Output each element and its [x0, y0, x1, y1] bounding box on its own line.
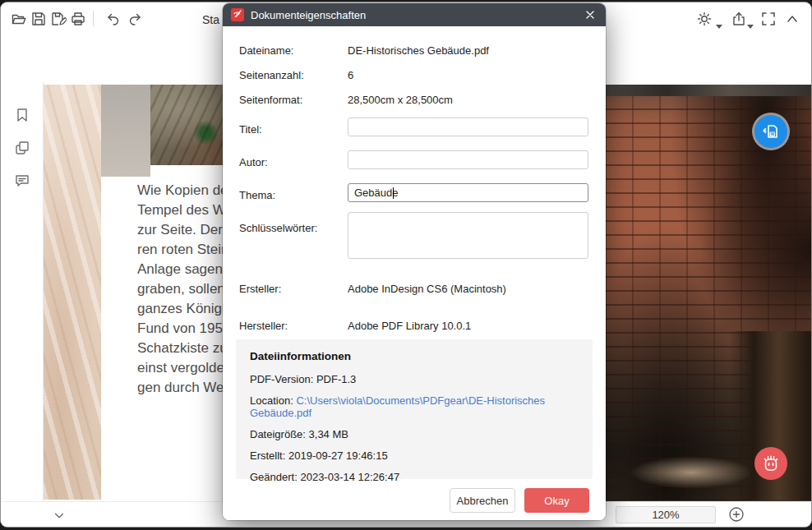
- file-information-title: Dateiinformationen: [250, 350, 579, 362]
- share-icon[interactable]: [731, 11, 747, 27]
- field-label-hersteller: Hersteller:: [239, 320, 288, 332]
- location-line: Location: C:\Users\viola\Documents\PDFge…: [250, 394, 579, 419]
- file-location-link[interactable]: C:\Users\viola\Documents\PDFgear\DE-Hist…: [250, 394, 545, 419]
- field-value-dateiname: DE-Historisches Gebäude.pdf: [348, 44, 489, 57]
- titel-input[interactable]: [348, 118, 588, 136]
- zoom-in-button[interactable]: [728, 506, 745, 523]
- collapse-toolbar-chevron-up-icon[interactable]: [784, 11, 800, 27]
- pdf-page-brick-photo: [605, 85, 811, 501]
- thema-input[interactable]: [348, 183, 588, 202]
- pdfgear-logo-icon: [231, 8, 244, 21]
- page-photo-margin: [101, 85, 150, 177]
- toolbar-tab-label[interactable]: Sta: [202, 13, 224, 26]
- field-value-hersteller: Adobe PDF Library 10.0.1: [348, 320, 471, 332]
- save-as-icon[interactable]: [50, 11, 67, 27]
- pdf-version-line: PDF-Version: PDF-1.3: [250, 373, 579, 385]
- page-down-chevron-icon[interactable]: [52, 508, 67, 523]
- brightness-caret-icon[interactable]: [716, 17, 722, 22]
- convert-to-word-button[interactable]: W: [754, 115, 787, 148]
- cancel-button[interactable]: Abbrechen: [450, 488, 515, 513]
- field-label-titel: Titel:: [239, 123, 262, 136]
- svg-text:W: W: [771, 131, 775, 136]
- fullscreen-icon[interactable]: [760, 11, 777, 27]
- field-label-autor: Autor:: [239, 156, 268, 168]
- brick-photo-stone-band: [605, 85, 811, 96]
- brightness-icon[interactable]: [696, 11, 713, 27]
- app-window: Sta: [1, 2, 811, 527]
- save-icon[interactable]: [30, 11, 47, 27]
- undo-icon[interactable]: [104, 11, 121, 27]
- modified-line: Geändert: 2023-03-14 12:26:47: [250, 471, 579, 483]
- field-value-seitenanzahl: 6: [348, 69, 353, 81]
- field-label-schluesselwoerter: Schlüsselwörter:: [239, 222, 317, 234]
- page-marble-texture: [44, 85, 101, 500]
- autor-input[interactable]: [348, 150, 588, 169]
- field-label-seitenanzahl: Seitenanzahl:: [239, 69, 304, 81]
- created-line: Erstellt: 2019-09-27 19:46:15: [250, 449, 579, 462]
- file-information-box: Dateiinformationen PDF-Version: PDF-1.3 …: [236, 339, 593, 479]
- dialog-close-icon[interactable]: [583, 7, 597, 22]
- field-value-seitenformat: 28,500cm x 28,500cm: [348, 94, 453, 106]
- robot-icon: [760, 453, 782, 474]
- text-cursor: [393, 187, 394, 199]
- print-icon[interactable]: [70, 11, 86, 27]
- zoom-level-input[interactable]: 120%: [616, 506, 716, 523]
- word-convert-icon: W: [760, 121, 782, 142]
- dialog-title: Dokumenteigenschaften: [251, 9, 366, 21]
- document-properties-dialog: Dokumenteigenschaften Dateiname: DE-Hist…: [223, 3, 606, 520]
- dialog-titlebar[interactable]: Dokumenteigenschaften: [223, 3, 606, 26]
- redo-icon[interactable]: [127, 11, 144, 27]
- share-caret-icon[interactable]: [747, 17, 754, 22]
- left-sidebar: [1, 82, 44, 501]
- field-label-dateiname: Dateiname:: [239, 44, 293, 57]
- ai-assistant-robot-button[interactable]: [754, 447, 787, 480]
- field-value-ersteller: Adobe InDesign CS6 (Macintosh): [348, 283, 506, 295]
- field-label-thema: Thema:: [239, 189, 275, 201]
- open-file-icon[interactable]: [11, 11, 27, 27]
- page-thumbnails-icon[interactable]: [14, 140, 30, 156]
- comment-icon[interactable]: [14, 173, 30, 189]
- toolbar-separator: [93, 11, 94, 26]
- field-label-ersteller: Ersteller:: [239, 283, 281, 295]
- file-size-line: Dateigröße: 3,34 MB: [250, 428, 579, 440]
- dialog-body: Dateiname: DE-Historisches Gebäude.pdf S…: [223, 26, 606, 520]
- field-label-seitenformat: Seitenformat:: [239, 94, 302, 106]
- bookmark-icon[interactable]: [14, 107, 30, 123]
- schluesselwoerter-textarea[interactable]: [348, 212, 588, 259]
- brick-photo-ground: [630, 456, 753, 489]
- okay-button[interactable]: Okay: [524, 488, 589, 513]
